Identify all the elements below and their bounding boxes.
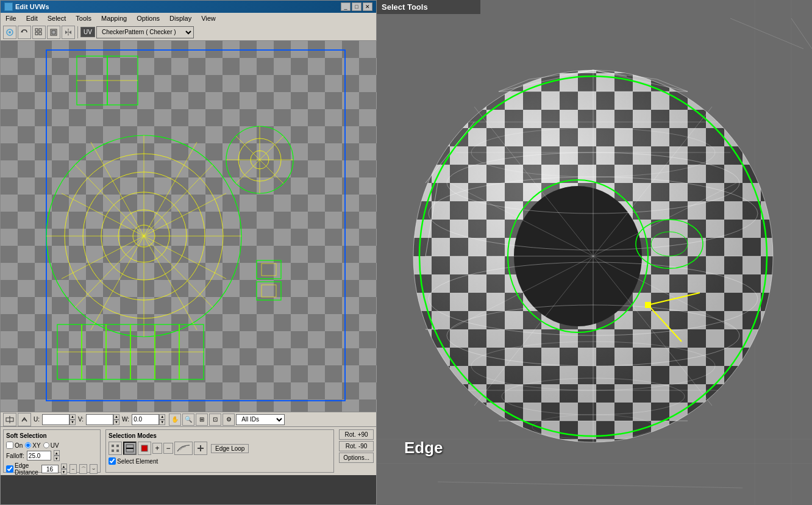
v-down-arrow[interactable]: ▼ [113, 420, 119, 425]
edge-mode-button[interactable] [123, 442, 137, 455]
feather-button[interactable] [174, 442, 193, 455]
maximize-button[interactable]: □ [352, 2, 361, 11]
u-label: U: [32, 416, 41, 423]
rotate-neg90-button[interactable]: Rot. -90 [339, 441, 374, 451]
uv-viewport[interactable] [1, 41, 377, 412]
menu-tools[interactable]: Tools [73, 15, 94, 22]
zoom-region-button[interactable]: ⊞ [196, 414, 208, 426]
svg-rect-34 [257, 260, 281, 279]
svg-rect-62 [141, 445, 148, 451]
mirror-button[interactable] [62, 26, 75, 39]
v-arrows: ▲ ▼ [113, 414, 119, 425]
menu-view[interactable]: View [199, 15, 218, 22]
edge-distance-checkbox[interactable] [6, 465, 13, 473]
edge-distance-checkbox-label[interactable]: Edge Distance [6, 462, 39, 476]
falloff-label: Falloff: [6, 453, 24, 459]
w-down-arrow[interactable]: ▼ [159, 420, 165, 425]
face-mode-button[interactable] [138, 442, 151, 455]
svg-rect-4 [39, 29, 41, 31]
edge-label: Edge [404, 439, 443, 457]
mode-icons-row: + − Edge Loop [109, 442, 331, 455]
soft-selection-title: Soft Selection [6, 432, 98, 439]
rotate-pos90-button[interactable]: Rot. +90 [339, 429, 374, 440]
svg-point-1 [9, 31, 11, 34]
svg-rect-35 [262, 263, 276, 276]
freeform-button[interactable] [47, 26, 60, 39]
w-input[interactable] [132, 414, 159, 425]
w-up-arrow[interactable]: ▲ [159, 414, 165, 420]
selection-plus-button[interactable] [194, 442, 207, 455]
menu-select[interactable]: Select [45, 15, 69, 22]
xy-radio[interactable] [25, 442, 31, 448]
curve-btn-1[interactable]: ~ [69, 464, 77, 474]
window-title: Edit UVWs [15, 3, 49, 10]
select-tools-panel: Select Tools [377, 0, 480, 14]
u-up-arrow[interactable]: ▲ [69, 414, 76, 420]
zoom-button[interactable]: 🔍 [182, 414, 194, 426]
zoom-fit-button[interactable]: ⊡ [209, 414, 221, 426]
uv-mesh-overlay [1, 41, 377, 412]
selection-modes-group: Selection Modes [105, 429, 334, 473]
right-buttons: Rot. +90 Rot. -90 Options... [339, 429, 374, 473]
u-input[interactable] [42, 414, 69, 425]
select-element-checkbox[interactable] [109, 457, 116, 465]
u-down-arrow[interactable]: ▼ [69, 420, 76, 425]
move-tool-button[interactable] [3, 26, 16, 39]
falloff-up-arrow[interactable]: ▲ [54, 450, 60, 456]
edge-distance-up-arrow[interactable]: ▲ [61, 464, 67, 469]
w-label: W: [121, 416, 130, 423]
u-arrows: ▲ ▼ [69, 414, 76, 425]
vertex-mode-button[interactable] [109, 442, 122, 455]
3d-viewport[interactable]: Edge Select Tools [377, 0, 812, 505]
checker-pattern-dropdown[interactable]: CheckerPattern ( Checker ) [96, 26, 194, 38]
edge-loop-button[interactable]: Edge Loop [211, 444, 249, 453]
svg-rect-8 [52, 30, 55, 34]
curve-btn-3[interactable]: ⌣ [90, 464, 98, 474]
soft-on-checkbox-label[interactable]: On [6, 442, 23, 449]
svg-marker-11 [69, 30, 71, 34]
menu-edit[interactable]: Edit [24, 15, 40, 22]
selection-modes-title: Selection Modes [109, 432, 331, 439]
menu-file[interactable]: File [3, 15, 19, 22]
curve-btn-2[interactable]: ⌒ [79, 464, 87, 474]
settings-button[interactable]: ⚙ [223, 414, 235, 426]
minimize-button[interactable]: _ [341, 2, 351, 11]
select-element-label[interactable]: Select Element [109, 457, 158, 465]
options-button[interactable]: Options... [339, 453, 374, 463]
soft-selection-group: Soft Selection On XY UV Falloff: [3, 429, 101, 473]
uv-radio-label[interactable]: UV [43, 442, 59, 449]
menu-display[interactable]: Display [167, 15, 194, 22]
all-ids-dropdown[interactable]: All IDs [236, 414, 285, 425]
falloff-down-arrow[interactable]: ▼ [54, 456, 60, 461]
svg-rect-106 [645, 302, 651, 308]
uv-radio[interactable] [43, 442, 49, 448]
svg-rect-37 [262, 285, 276, 297]
toolbar: UV CheckerPattern ( Checker ) [1, 24, 376, 41]
menu-bar: File Edit Select Tools Mapping Options D… [1, 13, 376, 24]
uv-label: UV [80, 27, 95, 37]
falloff-input[interactable] [27, 451, 51, 460]
edge-distance-input[interactable] [41, 465, 59, 473]
close-button[interactable]: ✕ [363, 2, 372, 11]
weld-button[interactable] [18, 413, 31, 426]
svg-rect-59 [116, 449, 119, 452]
xy-radio-label[interactable]: XY [25, 442, 40, 449]
hand-tool-button[interactable]: ✋ [169, 414, 181, 426]
snap-button[interactable] [3, 413, 16, 426]
v-up-arrow[interactable]: ▲ [113, 414, 119, 420]
undo-button[interactable] [18, 26, 31, 39]
toolbar-separator [77, 26, 78, 38]
menu-mapping[interactable]: Mapping [99, 15, 129, 22]
soft-on-checkbox[interactable] [6, 442, 13, 449]
edge-distance-down-arrow[interactable]: ▼ [61, 469, 67, 475]
remove-selection-button[interactable]: − [163, 443, 173, 454]
v-input[interactable] [86, 414, 113, 425]
select-tools-label: Select Tools [382, 2, 428, 12]
w-arrows: ▲ ▼ [159, 414, 165, 425]
add-selection-button[interactable]: + [152, 443, 162, 454]
grid-snap-button[interactable] [32, 26, 46, 39]
svg-rect-57 [116, 445, 119, 447]
edge-distance-label: Edge Distance [15, 462, 39, 476]
menu-options[interactable]: Options [134, 15, 162, 22]
edge-distance-arrows: ▲ ▼ [61, 464, 67, 475]
